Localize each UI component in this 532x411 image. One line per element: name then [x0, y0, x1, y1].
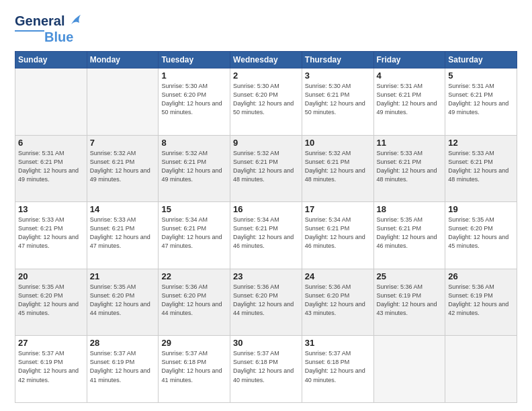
- day-number: 30: [233, 338, 299, 348]
- day-info: Sunrise: 5:36 AM Sunset: 6:20 PM Dayligh…: [161, 283, 227, 318]
- day-number: 16: [233, 204, 299, 214]
- day-number: 7: [90, 138, 156, 148]
- day-number: 31: [305, 338, 371, 348]
- calendar-cell: 20 Sunrise: 5:35 AM Sunset: 6:20 PM Dayl…: [15, 269, 87, 336]
- day-number: 22: [161, 271, 227, 281]
- calendar-cell: 17 Sunrise: 5:34 AM Sunset: 6:21 PM Dayl…: [302, 202, 373, 269]
- calendar-cell: 5 Sunrise: 5:31 AM Sunset: 6:21 PM Dayli…: [445, 68, 517, 136]
- day-number: 4: [377, 71, 443, 81]
- day-info: Sunrise: 5:34 AM Sunset: 6:21 PM Dayligh…: [161, 216, 227, 250]
- calendar-cell: 14 Sunrise: 5:33 AM Sunset: 6:21 PM Dayl…: [87, 202, 159, 269]
- calendar-cell: 13 Sunrise: 5:33 AM Sunset: 6:21 PM Dayl…: [15, 202, 87, 269]
- calendar-cell: 26 Sunrise: 5:36 AM Sunset: 6:19 PM Dayl…: [445, 269, 517, 336]
- day-info: Sunrise: 5:33 AM Sunset: 6:21 PM Dayligh…: [90, 216, 156, 250]
- calendar-cell: 30 Sunrise: 5:37 AM Sunset: 6:18 PM Dayl…: [230, 336, 302, 403]
- calendar-cell: 1 Sunrise: 5:30 AM Sunset: 6:20 PM Dayli…: [159, 68, 230, 136]
- logo-bird-icon: [69, 12, 83, 27]
- page: General Blue SundayMondayTuesdayWednesda…: [0, 0, 532, 411]
- day-number: 28: [90, 338, 156, 348]
- calendar-cell: 27 Sunrise: 5:37 AM Sunset: 6:19 PM Dayl…: [15, 336, 87, 403]
- day-number: 24: [305, 271, 371, 281]
- day-number: 23: [233, 271, 299, 281]
- day-info: Sunrise: 5:30 AM Sunset: 6:20 PM Dayligh…: [161, 82, 227, 117]
- day-info: Sunrise: 5:32 AM Sunset: 6:21 PM Dayligh…: [161, 149, 227, 184]
- day-number: 15: [161, 204, 227, 214]
- day-info: Sunrise: 5:36 AM Sunset: 6:20 PM Dayligh…: [233, 283, 299, 318]
- day-info: Sunrise: 5:32 AM Sunset: 6:21 PM Dayligh…: [90, 149, 156, 184]
- day-info: Sunrise: 5:32 AM Sunset: 6:21 PM Dayligh…: [233, 149, 299, 184]
- calendar-cell: 11 Sunrise: 5:33 AM Sunset: 6:21 PM Dayl…: [373, 135, 445, 202]
- day-info: Sunrise: 5:35 AM Sunset: 6:20 PM Dayligh…: [18, 283, 84, 318]
- day-info: Sunrise: 5:34 AM Sunset: 6:21 PM Dayligh…: [305, 216, 371, 250]
- calendar-cell: 25 Sunrise: 5:36 AM Sunset: 6:19 PM Dayl…: [373, 269, 445, 336]
- day-info: Sunrise: 5:33 AM Sunset: 6:21 PM Dayligh…: [377, 149, 443, 184]
- day-header-saturday: Saturday: [445, 52, 517, 68]
- day-info: Sunrise: 5:33 AM Sunset: 6:21 PM Dayligh…: [18, 216, 84, 250]
- calendar-cell: 2 Sunrise: 5:30 AM Sunset: 6:20 PM Dayli…: [230, 68, 302, 136]
- calendar-cell: 28 Sunrise: 5:37 AM Sunset: 6:19 PM Dayl…: [87, 336, 159, 403]
- day-info: Sunrise: 5:37 AM Sunset: 6:18 PM Dayligh…: [161, 349, 227, 384]
- day-info: Sunrise: 5:37 AM Sunset: 6:18 PM Dayligh…: [233, 349, 299, 384]
- calendar-table: SundayMondayTuesdayWednesdayThursdayFrid…: [15, 51, 517, 403]
- calendar-cell: 29 Sunrise: 5:37 AM Sunset: 6:18 PM Dayl…: [159, 336, 230, 403]
- calendar-cell: 8 Sunrise: 5:32 AM Sunset: 6:21 PM Dayli…: [159, 135, 230, 202]
- day-number: 19: [448, 204, 514, 214]
- day-header-thursday: Thursday: [302, 52, 373, 68]
- day-info: Sunrise: 5:31 AM Sunset: 6:21 PM Dayligh…: [377, 82, 443, 117]
- day-number: 10: [305, 138, 371, 148]
- calendar-cell: 3 Sunrise: 5:30 AM Sunset: 6:21 PM Dayli…: [302, 68, 373, 136]
- day-number: 17: [305, 204, 371, 214]
- calendar-cell: 10 Sunrise: 5:32 AM Sunset: 6:21 PM Dayl…: [302, 135, 373, 202]
- day-number: 1: [161, 71, 227, 81]
- day-number: 2: [233, 71, 299, 81]
- day-info: Sunrise: 5:36 AM Sunset: 6:19 PM Dayligh…: [448, 283, 514, 318]
- calendar-cell: 7 Sunrise: 5:32 AM Sunset: 6:21 PM Dayli…: [87, 135, 159, 202]
- day-number: 27: [18, 338, 84, 348]
- day-header-sunday: Sunday: [15, 52, 87, 68]
- calendar-cell: 21 Sunrise: 5:35 AM Sunset: 6:20 PM Dayl…: [87, 269, 159, 336]
- day-header-friday: Friday: [373, 52, 445, 68]
- logo: General Blue: [15, 12, 83, 44]
- calendar-cell: 6 Sunrise: 5:31 AM Sunset: 6:21 PM Dayli…: [15, 135, 87, 202]
- calendar-cell: [15, 68, 87, 136]
- day-info: Sunrise: 5:32 AM Sunset: 6:21 PM Dayligh…: [305, 149, 371, 184]
- day-info: Sunrise: 5:30 AM Sunset: 6:21 PM Dayligh…: [305, 82, 371, 117]
- calendar-cell: [445, 336, 517, 403]
- logo-text-general: General: [15, 13, 64, 28]
- day-number: 29: [161, 338, 227, 348]
- day-number: 25: [377, 271, 443, 281]
- day-header-monday: Monday: [87, 52, 159, 68]
- calendar-cell: [87, 68, 159, 136]
- day-number: 14: [90, 204, 156, 214]
- day-header-tuesday: Tuesday: [159, 52, 230, 68]
- day-info: Sunrise: 5:35 AM Sunset: 6:20 PM Dayligh…: [90, 283, 156, 318]
- day-info: Sunrise: 5:31 AM Sunset: 6:21 PM Dayligh…: [448, 82, 514, 117]
- day-header-wednesday: Wednesday: [230, 52, 302, 68]
- day-number: 13: [18, 204, 84, 214]
- calendar-cell: 24 Sunrise: 5:36 AM Sunset: 6:20 PM Dayl…: [302, 269, 373, 336]
- day-number: 20: [18, 271, 84, 281]
- day-info: Sunrise: 5:36 AM Sunset: 6:19 PM Dayligh…: [377, 283, 443, 318]
- calendar-cell: 9 Sunrise: 5:32 AM Sunset: 6:21 PM Dayli…: [230, 135, 302, 202]
- day-info: Sunrise: 5:35 AM Sunset: 6:20 PM Dayligh…: [448, 216, 514, 250]
- calendar-cell: 16 Sunrise: 5:34 AM Sunset: 6:21 PM Dayl…: [230, 202, 302, 269]
- day-info: Sunrise: 5:37 AM Sunset: 6:19 PM Dayligh…: [18, 349, 84, 384]
- calendar-cell: 23 Sunrise: 5:36 AM Sunset: 6:20 PM Dayl…: [230, 269, 302, 336]
- calendar-cell: 19 Sunrise: 5:35 AM Sunset: 6:20 PM Dayl…: [445, 202, 517, 269]
- day-number: 8: [161, 138, 227, 148]
- day-info: Sunrise: 5:30 AM Sunset: 6:20 PM Dayligh…: [233, 82, 299, 117]
- calendar-cell: 12 Sunrise: 5:33 AM Sunset: 6:21 PM Dayl…: [445, 135, 517, 202]
- calendar-cell: 22 Sunrise: 5:36 AM Sunset: 6:20 PM Dayl…: [159, 269, 230, 336]
- day-number: 9: [233, 138, 299, 148]
- day-info: Sunrise: 5:34 AM Sunset: 6:21 PM Dayligh…: [233, 216, 299, 250]
- calendar-cell: 18 Sunrise: 5:35 AM Sunset: 6:21 PM Dayl…: [373, 202, 445, 269]
- day-number: 11: [377, 138, 443, 148]
- day-number: 12: [448, 138, 514, 148]
- day-info: Sunrise: 5:37 AM Sunset: 6:19 PM Dayligh…: [90, 349, 156, 384]
- day-number: 21: [90, 271, 156, 281]
- day-info: Sunrise: 5:36 AM Sunset: 6:20 PM Dayligh…: [305, 283, 371, 318]
- calendar-cell: 4 Sunrise: 5:31 AM Sunset: 6:21 PM Dayli…: [373, 68, 445, 136]
- logo-text-blue: Blue: [44, 30, 73, 44]
- day-info: Sunrise: 5:33 AM Sunset: 6:21 PM Dayligh…: [448, 149, 514, 184]
- calendar-cell: [373, 336, 445, 403]
